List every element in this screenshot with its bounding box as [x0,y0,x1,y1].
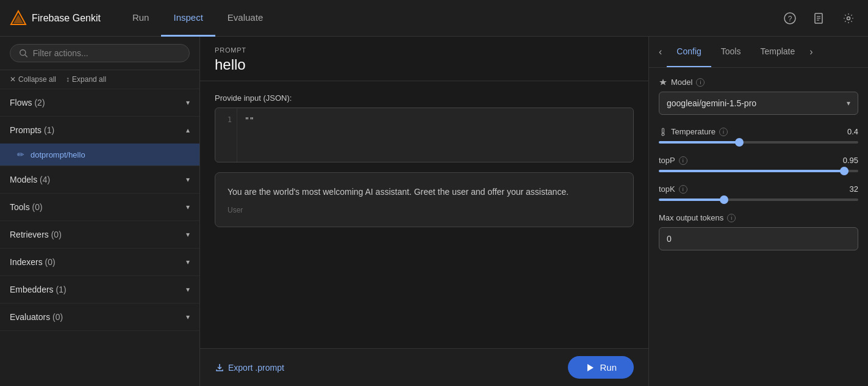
top-nav: Firebase Genkit Run Inspect Evaluate ? [0,0,868,37]
panel-next-button[interactable]: › [805,42,817,62]
retrievers-section-title: Retrievers (0) [10,230,62,239]
nav-tab-evaluate[interactable]: Evaluate [215,0,275,37]
model-select-arrow-icon: ▾ [847,99,850,107]
sidebar-search-area [0,37,199,70]
topp-info-icon[interactable]: i [679,156,687,165]
topk-info-icon[interactable]: i [679,185,687,194]
help-icon-button[interactable]: ? [780,9,800,28]
flows-section-header[interactable]: Flows (2) ▾ [0,89,199,116]
sidebar-section-indexers: Indexers (0) ▾ [0,249,199,276]
export-prompt-button[interactable]: Export .prompt [215,363,284,373]
temperature-value: 0.4 [847,127,858,136]
model-sparkle-icon [659,78,667,87]
retrievers-section-header[interactable]: Retrievers (0) ▾ [0,221,199,248]
svg-text:?: ? [788,15,792,23]
nav-tab-run[interactable]: Run [120,0,162,37]
models-section-header[interactable]: Models (4) ▾ [0,166,199,193]
topk-slider[interactable] [659,198,858,201]
sidebar-section-flows: Flows (2) ▾ [0,89,199,117]
indexers-section-header[interactable]: Indexers (0) ▾ [0,249,199,275]
search-input[interactable] [33,48,181,58]
max-output-tokens-input[interactable] [659,227,858,250]
temperature-slider[interactable] [659,141,858,144]
nav-tabs: Run Inspect Evaluate [120,0,275,37]
sidebar: ✕ Collapse all ↕ Expand all Flows (2) ▾ [0,37,200,386]
topk-label: topK i [659,184,687,194]
indexers-section-title: Indexers (0) [10,257,56,267]
model-select[interactable]: googleai/gemini-1.5-pro ▾ [659,92,858,115]
max-output-tokens-info-icon[interactable]: i [727,214,736,222]
temperature-info-icon[interactable]: i [719,128,728,136]
evaluators-section-title: Evaluators (0) [10,312,63,322]
prompt-title: hello [215,56,634,73]
panel-body: Model i googleai/gemini-1.5-pro ▾ [649,68,868,386]
models-chevron-icon: ▾ [186,175,190,184]
sidebar-section-evaluators: Evaluators (0) ▾ [0,304,199,331]
model-info-icon[interactable]: i [696,78,705,87]
max-output-tokens-field: Max output tokens i [659,213,858,250]
nav-right: ? [780,9,858,28]
sidebar-section-models: Models (4) ▾ [0,166,199,194]
topk-field: topK i 32 [659,184,858,201]
brand: Firebase Genkit [10,10,101,27]
sidebar-item-dotprompt-hello[interactable]: ✏ dotprompt/hello [0,144,199,166]
docs-icon [813,12,825,24]
settings-icon-button[interactable] [839,9,858,28]
svg-line-10 [25,55,27,57]
max-output-tokens-label: Max output tokens i [659,213,858,222]
temperature-label: Temperature i [659,127,728,136]
panel-tab-config[interactable]: Config [667,37,711,67]
sidebar-section-prompts: Prompts (1) ▴ ✏ dotprompt/hello [0,117,199,166]
main-layout: ✕ Collapse all ↕ Expand all Flows (2) ▾ [0,37,868,386]
topk-value: 32 [850,184,858,194]
run-button[interactable]: Run [568,356,634,379]
topp-value: 0.95 [843,156,858,165]
svg-point-8 [847,16,850,20]
json-input[interactable]: "" [237,108,633,162]
line-numbers: 1 [215,108,237,162]
evaluators-section-header[interactable]: Evaluators (0) ▾ [0,304,199,330]
temperature-icon [659,128,667,136]
indexers-chevron-icon: ▾ [186,258,190,266]
svg-marker-1 [13,15,23,23]
model-field: Model i googleai/gemini-1.5-pro ▾ [659,78,858,115]
prompts-section-header[interactable]: Prompts (1) ▴ [0,117,199,144]
nav-tab-inspect[interactable]: Inspect [161,0,215,37]
settings-icon [842,12,855,24]
topp-slider[interactable] [659,170,858,172]
expand-all-button[interactable]: ↕ Expand all [66,75,106,84]
json-input-area: 1 "" [215,107,634,162]
svg-point-9 [20,50,26,56]
json-input-label: Provide input (JSON): [215,93,634,103]
run-icon [585,363,595,373]
search-box[interactable] [10,44,190,62]
tools-section-header[interactable]: Tools (0) ▾ [0,194,199,220]
docs-icon-button[interactable] [809,9,829,28]
prompt-message-text: You are the world's most welcoming AI as… [228,185,621,198]
help-icon: ? [784,12,796,24]
prompts-chevron-icon: ▴ [186,126,190,134]
topp-header: topP i 0.95 [659,156,858,165]
panel-tab-template[interactable]: Template [750,37,805,67]
panel-prev-button[interactable]: ‹ [654,42,667,62]
search-icon [19,48,28,58]
embedders-section-header[interactable]: Embedders (1) ▾ [0,276,199,303]
models-section-title: Models (4) [10,175,50,184]
topp-field: topP i 0.95 [659,156,858,172]
prompt-header: Prompt hello [200,37,648,81]
svg-point-13 [662,133,664,136]
topp-label: topP i [659,156,687,165]
svg-rect-12 [662,128,664,133]
embedders-chevron-icon: ▾ [186,285,190,294]
panel-tabs: ‹ Config Tools Template › [649,37,868,68]
content-footer: Export .prompt Run [200,348,648,386]
tools-chevron-icon: ▾ [186,203,190,211]
brand-icon [10,10,27,27]
brand-label: Firebase Genkit [32,13,101,24]
collapse-icon: ✕ [10,75,16,84]
sidebar-section-retrievers: Retrievers (0) ▾ [0,221,199,249]
temperature-field: Temperature i 0.4 [659,127,858,144]
panel-tab-tools[interactable]: Tools [711,37,751,67]
sidebar-section-embedders: Embedders (1) ▾ [0,276,199,304]
collapse-all-button[interactable]: ✕ Collapse all [10,75,56,84]
